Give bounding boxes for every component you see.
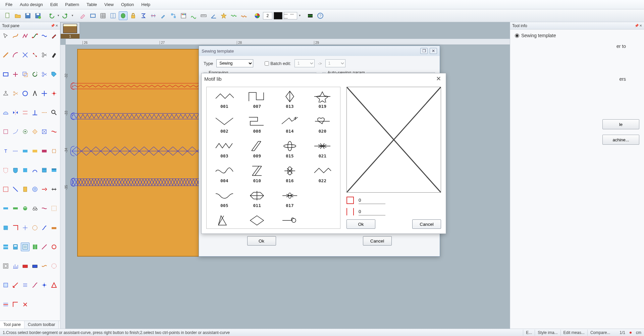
- button-icon[interactable]: [31, 185, 39, 194]
- colorwheel-icon[interactable]: [253, 11, 262, 20]
- layout-icon[interactable]: [109, 11, 117, 20]
- wave-icon[interactable]: [229, 11, 238, 20]
- wave2-icon[interactable]: [239, 11, 248, 20]
- motif-item[interactable]: 021: [308, 139, 338, 163]
- status-tab[interactable]: Style ima...: [535, 330, 560, 336]
- motif-item[interactable]: [308, 189, 338, 212]
- grid-icon[interactable]: [99, 11, 107, 20]
- pocket2-icon[interactable]: [11, 166, 20, 175]
- offset-icon[interactable]: [21, 70, 30, 79]
- marker-icon[interactable]: [50, 51, 58, 59]
- stitch-row-3[interactable]: [72, 147, 220, 155]
- undo-icon[interactable]: [47, 11, 56, 20]
- tool-b3-icon[interactable]: [21, 147, 30, 155]
- status-tab[interactable]: Compare...: [587, 330, 613, 336]
- motif-item[interactable]: 008: [242, 115, 272, 138]
- d3-icon[interactable]: [21, 204, 30, 213]
- batch-checkbox-input[interactable]: [265, 61, 269, 66]
- pocket6-icon[interactable]: [50, 166, 58, 175]
- tool-b5-icon[interactable]: [40, 147, 49, 155]
- motif-item[interactable]: 020: [308, 115, 338, 138]
- palette-icon[interactable]: [179, 11, 188, 20]
- saveas-icon[interactable]: [34, 11, 42, 20]
- mirror-icon[interactable]: [11, 108, 20, 117]
- tab-custom-toolbar[interactable]: Custom toolbar: [24, 321, 59, 329]
- tool-a3-icon[interactable]: [21, 127, 30, 136]
- e1-icon[interactable]: [1, 223, 10, 232]
- node-edit-icon[interactable]: [31, 51, 39, 59]
- pocket1-icon[interactable]: [1, 166, 10, 175]
- compass-icon[interactable]: [31, 89, 39, 98]
- dialog-titlebar[interactable]: Sewing template ❐ ✕: [199, 46, 440, 56]
- motif-item[interactable]: 005: [209, 189, 239, 212]
- c3-icon[interactable]: [21, 185, 30, 194]
- motif-titlebar[interactable]: Motif lib ✕: [202, 73, 446, 84]
- pin-icon[interactable]: 📌: [51, 24, 55, 27]
- save-icon[interactable]: [23, 11, 32, 20]
- motif-item[interactable]: 010: [242, 164, 272, 188]
- h5-icon[interactable]: [40, 281, 49, 289]
- d2-icon[interactable]: [11, 204, 20, 213]
- motif-item[interactable]: 019: [308, 90, 338, 113]
- motif-item[interactable]: 001: [209, 90, 239, 113]
- curve-tool-icon[interactable]: [11, 31, 20, 40]
- tool-b6-icon[interactable]: [50, 147, 58, 155]
- f6-icon[interactable]: [50, 243, 58, 251]
- motif-item[interactable]: 007: [242, 90, 272, 113]
- shape-icon[interactable]: [119, 11, 127, 20]
- c1-icon[interactable]: [1, 185, 10, 194]
- tab-toolpane[interactable]: Tool pane: [0, 321, 24, 329]
- text-icon[interactable]: T: [1, 147, 10, 155]
- motif-item[interactable]: [308, 214, 338, 229]
- height-input[interactable]: [359, 208, 385, 215]
- redo-icon[interactable]: [61, 11, 70, 20]
- hanger-icon[interactable]: [1, 89, 10, 98]
- undo-dropdown-icon[interactable]: ▼: [57, 14, 60, 17]
- status-tab[interactable]: Edit meas...: [560, 330, 587, 336]
- trim-icon[interactable]: [11, 70, 20, 79]
- c5-icon[interactable]: [40, 185, 49, 194]
- motif-item[interactable]: 006: [209, 214, 239, 229]
- page-thumbnail[interactable]: [63, 24, 77, 33]
- f4-icon[interactable]: [31, 243, 39, 251]
- tool-a6-icon[interactable]: [50, 127, 58, 136]
- cut-path-icon[interactable]: [21, 51, 30, 59]
- e2-icon[interactable]: [11, 223, 20, 232]
- frame-icon[interactable]: [89, 11, 97, 20]
- g5-icon[interactable]: [40, 262, 49, 270]
- pointer-icon[interactable]: [1, 31, 10, 40]
- move-icon[interactable]: [40, 89, 49, 98]
- addnode-icon[interactable]: [50, 89, 58, 98]
- menu-pattern[interactable]: Pattern: [62, 1, 83, 8]
- g4-icon[interactable]: [31, 262, 39, 270]
- perpend-icon[interactable]: [31, 108, 39, 117]
- send-to-machine-button[interactable]: achine...: [602, 135, 639, 145]
- stitch-row-2[interactable]: [72, 113, 220, 119]
- batch-edit-checkbox[interactable]: Batch edit:: [265, 61, 291, 66]
- f5-icon[interactable]: [40, 243, 49, 251]
- seam-icon[interactable]: [40, 108, 49, 117]
- tool-b4-icon[interactable]: [31, 147, 39, 155]
- motif-item[interactable]: 017: [275, 189, 305, 212]
- d5-icon[interactable]: [40, 204, 49, 213]
- radio-input[interactable]: [515, 33, 519, 38]
- stitch-row-1[interactable]: [72, 83, 220, 89]
- sewing-cancel-button[interactable]: Cancel: [363, 236, 392, 246]
- g6-icon[interactable]: [50, 262, 58, 270]
- motif-item[interactable]: 014: [275, 115, 305, 138]
- motif-cancel-button[interactable]: Cancel: [412, 219, 441, 229]
- zoom-icon[interactable]: [50, 108, 58, 117]
- status-tab[interactable]: E...: [523, 330, 535, 336]
- motif-item[interactable]: 022: [308, 164, 338, 188]
- i3-icon[interactable]: [21, 300, 30, 309]
- motif-item[interactable]: 009: [242, 139, 272, 163]
- h4-icon[interactable]: [31, 281, 39, 289]
- sewing-ok-button[interactable]: Ok: [247, 236, 276, 246]
- g3-icon[interactable]: [21, 262, 30, 270]
- scissors3-icon[interactable]: [11, 89, 20, 98]
- h1-icon[interactable]: [1, 281, 10, 289]
- e4-icon[interactable]: [31, 223, 39, 232]
- sewing-template-icon[interactable]: [21, 243, 30, 251]
- stitch-row-4[interactable]: [72, 179, 220, 186]
- motif-item[interactable]: 015: [275, 139, 305, 163]
